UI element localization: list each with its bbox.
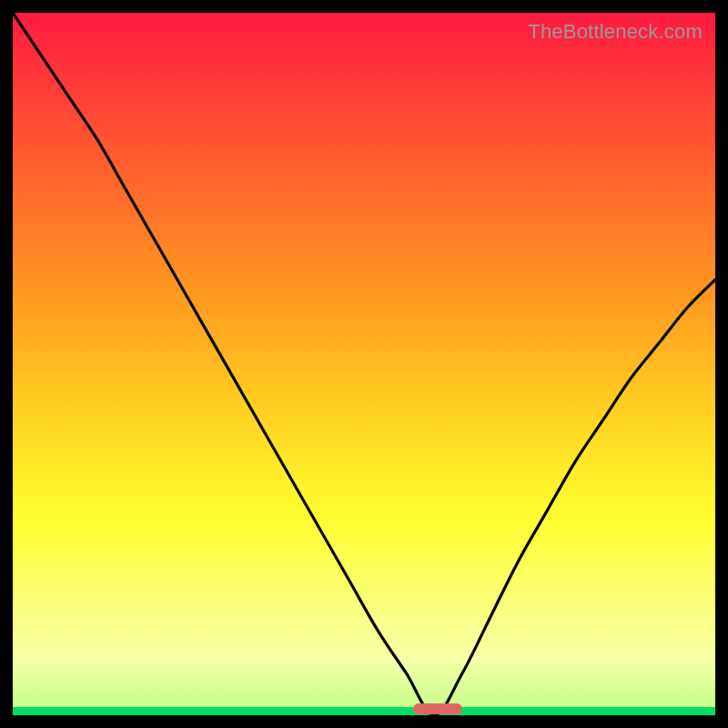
chart-frame: TheBottleneck.com [0,0,728,728]
plot-area: TheBottleneck.com [13,13,715,715]
attribution-text: TheBottleneck.com [528,20,703,44]
bottleneck-curve [13,13,715,715]
minimum-marker [413,703,462,714]
